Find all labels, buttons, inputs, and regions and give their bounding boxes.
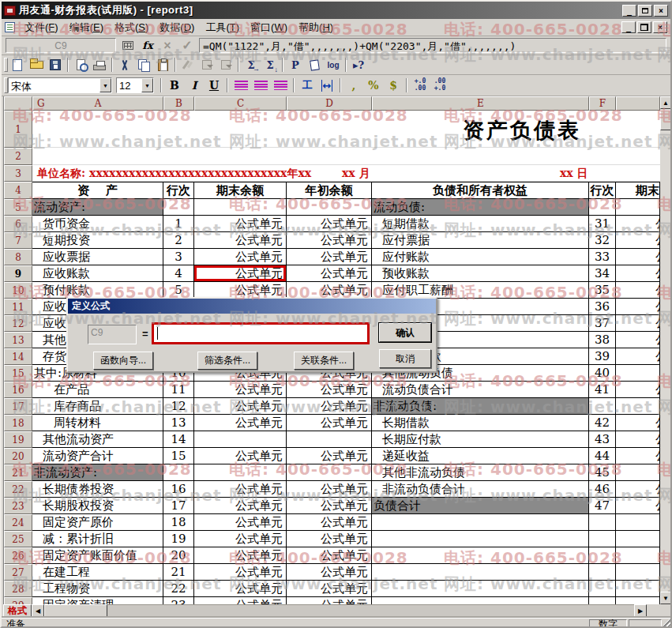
cell-E8[interactable]: 应付账款	[372, 249, 589, 265]
cancel-entry-icon[interactable]: ×	[160, 39, 175, 53]
cell-C21[interactable]	[194, 464, 287, 481]
comma-style-button[interactable]: ,	[344, 77, 363, 94]
cell-A25[interactable]: 减：累计折旧	[32, 531, 163, 547]
font-size-select[interactable]: 12 ▼	[116, 77, 154, 93]
cell-G12[interactable]: 公式单元	[616, 315, 660, 332]
fit-width-icon[interactable]: ↔	[317, 77, 336, 94]
cell-D20[interactable]: 公式单元	[287, 448, 372, 464]
row-header-18[interactable]: 18	[4, 415, 32, 431]
confirm-entry-icon[interactable]: ✓	[179, 39, 195, 53]
cell-F24[interactable]	[589, 514, 616, 531]
new-document-icon[interactable]	[8, 57, 27, 73]
row-header-19[interactable]: 19	[4, 431, 32, 448]
cell-G27[interactable]	[616, 564, 660, 581]
row-header-22[interactable]: 22	[4, 481, 32, 498]
row-header-7[interactable]: 7	[4, 232, 32, 249]
cell-D18[interactable]: 公式单元	[287, 415, 372, 431]
cell-F9[interactable]: 34	[589, 265, 616, 282]
format-painter-icon[interactable]	[178, 57, 197, 73]
cell-D21[interactable]	[287, 464, 372, 481]
row-header-12[interactable]: 12	[4, 315, 32, 332]
cell-B5[interactable]	[163, 199, 194, 216]
menu-item-数[interactable]: 数据(D)	[154, 19, 200, 36]
cell-A8[interactable]: 应收票据	[32, 249, 163, 265]
cell-F6[interactable]: 31	[589, 216, 616, 232]
cell-E20[interactable]: 递延收益	[372, 448, 589, 464]
cell-G5[interactable]	[616, 199, 660, 216]
column-header-A[interactable]: A	[32, 96, 163, 111]
cell-A26[interactable]: 固定资产账面价值	[32, 547, 163, 564]
cell-F27[interactable]	[589, 564, 616, 581]
row-header-16[interactable]: 16	[4, 382, 32, 398]
cell-B28[interactable]: 22	[163, 581, 194, 597]
cut-icon[interactable]	[115, 57, 134, 73]
cell-D26[interactable]: 公式单元	[287, 547, 372, 564]
print-preview-icon[interactable]	[71, 57, 90, 73]
cell-C28[interactable]: 公式单元	[194, 581, 287, 597]
align-right-icon[interactable]	[271, 77, 290, 94]
cell-C7[interactable]: 公式单元	[194, 232, 287, 249]
menu-item-编[interactable]: 编辑(E)	[64, 19, 109, 36]
cell-B9[interactable]: 4	[163, 265, 194, 282]
cell-E6[interactable]: 短期借款	[372, 216, 589, 232]
vertical-center-icon[interactable]: 工	[298, 77, 317, 94]
cell-F29[interactable]	[589, 597, 616, 604]
function-icon[interactable]: fx	[140, 39, 156, 53]
confirm-button[interactable]: 确认	[379, 323, 431, 342]
row-header-9[interactable]: 9	[4, 265, 32, 282]
cell-F17[interactable]	[589, 398, 616, 415]
row-header-26[interactable]: 26	[4, 547, 32, 564]
row-header-23[interactable]: 23	[4, 498, 32, 514]
cell-G20[interactable]: 公式单元	[616, 448, 660, 464]
cell-C25[interactable]: 公式单元	[194, 531, 287, 547]
cell-D25[interactable]: 公式单元	[287, 531, 372, 547]
cell-C20[interactable]: 公式单元	[194, 448, 287, 464]
row-header-1[interactable]: 1	[4, 111, 32, 148]
menu-item-帮[interactable]: 帮助(H)	[293, 19, 339, 36]
row-header-25[interactable]: 25	[4, 531, 32, 547]
cell-D6[interactable]: 公式单元	[287, 216, 372, 232]
cell-E18[interactable]: 长期借款	[372, 415, 589, 431]
insert-object-icon[interactable]	[197, 57, 216, 73]
row-header-24[interactable]: 24	[4, 514, 32, 531]
cell-D17[interactable]: 公式单元	[287, 398, 372, 415]
cell-C24[interactable]: 公式单元	[194, 514, 287, 531]
cell-A22[interactable]: 长期债券投资	[32, 481, 163, 498]
cell-D29[interactable]: 公式单元	[287, 597, 372, 604]
child-restore-icon[interactable]	[637, 21, 651, 33]
scroll-left-icon[interactable]: ◀	[32, 604, 44, 618]
cell-E22[interactable]: 非流动负债合计	[372, 481, 589, 498]
cell-A9[interactable]: 应收账款	[32, 265, 163, 282]
sum-row-icon[interactable]: Σ	[242, 57, 261, 73]
table-header-cell[interactable]: 负债和所有者权益	[372, 182, 589, 199]
align-left-icon[interactable]	[231, 77, 250, 94]
cell-B23[interactable]: 17	[163, 498, 194, 514]
row-header-28[interactable]: 28	[4, 581, 32, 597]
cell-F5[interactable]	[589, 199, 616, 216]
cell-A19[interactable]: 其他流动资产	[32, 431, 163, 448]
cell-F22[interactable]: 46	[589, 481, 616, 498]
cell-F18[interactable]: 42	[589, 415, 616, 431]
table-header-cell[interactable]: 年初余额	[287, 182, 372, 199]
row-header-8[interactable]: 8	[4, 249, 32, 265]
sum-column-icon[interactable]: Σ	[261, 57, 280, 73]
cell-G6[interactable]: 公式单元	[616, 216, 660, 232]
row-header-10[interactable]: 10	[4, 282, 32, 299]
cell-G29[interactable]	[616, 597, 660, 604]
row-header-17[interactable]: 17	[4, 398, 32, 415]
page-setup-icon[interactable]	[305, 57, 324, 73]
cell-A24[interactable]: 固定资产原价	[32, 514, 163, 531]
cell-E19[interactable]: 长期应付款	[372, 431, 589, 448]
cell-D9[interactable]: 公式单元	[287, 265, 372, 282]
cell-G28[interactable]	[616, 581, 660, 597]
cell-D5[interactable]	[287, 199, 372, 216]
increase-decimal-button[interactable]: +.0 .00	[411, 77, 430, 94]
cell-G21[interactable]	[616, 464, 660, 481]
cell-B7[interactable]: 2	[163, 232, 194, 249]
relation-condition-button[interactable]: 关联条件...	[294, 352, 354, 370]
cell-G22[interactable]: 公式单元	[616, 481, 660, 498]
dialog-title[interactable]: 定义公式	[68, 299, 436, 314]
cancel-button[interactable]: 取消	[379, 349, 431, 368]
cell-E29[interactable]	[372, 597, 589, 604]
cell-C22[interactable]: 公式单元	[194, 481, 287, 498]
